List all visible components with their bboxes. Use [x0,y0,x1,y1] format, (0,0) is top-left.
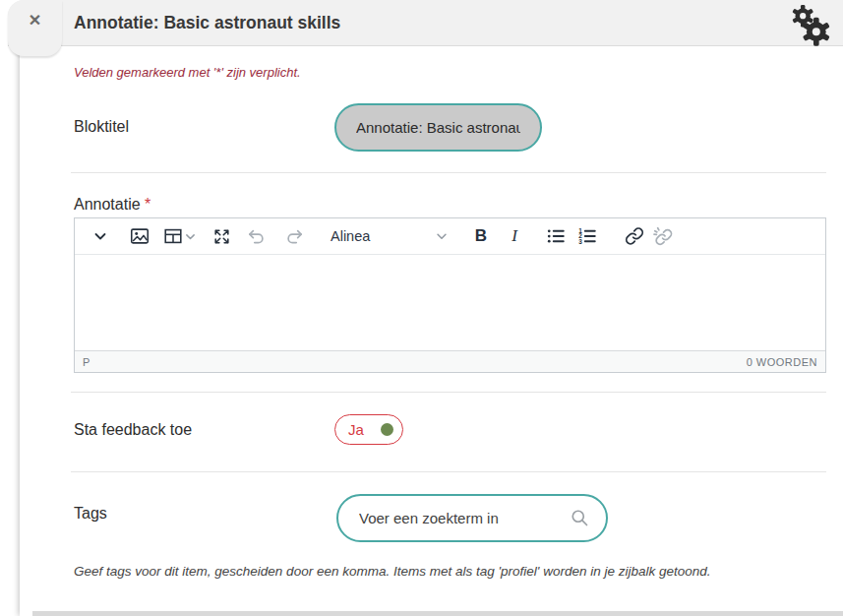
settings-button[interactable] [786,3,833,46]
divider [71,172,826,173]
bold-icon: B [475,226,487,246]
annotation-dialog: ✕ Annotatie: Basic astronaut skills [0,0,843,616]
gears-icon [786,3,833,46]
undo-button[interactable] [244,223,270,249]
link-icon [624,225,645,247]
toggle-knob [381,423,393,436]
table-icon [162,225,184,247]
italic-icon: I [512,226,517,246]
tags-label: Tags [74,505,107,523]
divider [71,471,826,472]
chevron-down-icon [92,228,108,244]
bloktitel-input[interactable] [334,103,542,152]
word-count: 0 WOORDEN [747,356,817,368]
unlink-button[interactable] [650,223,676,249]
toolbar-toggle-button[interactable] [88,223,113,249]
feedback-toggle[interactable]: Ja [334,414,403,445]
required-fields-note: Velden gemarkeerd met '*' zijn verplicht… [74,65,301,80]
tags-search-input[interactable] [359,510,570,526]
required-asterisk: * [145,196,151,213]
bullet-list-icon [545,225,567,247]
feedback-label: Sta feedback toe [74,421,192,439]
editor-statusbar: P 0 WOORDEN [75,350,825,372]
numbered-list-button[interactable]: 123 [574,223,600,249]
divider [71,392,826,393]
svg-text:3: 3 [578,238,582,245]
insert-image-button[interactable] [127,223,152,249]
bloktitel-label: Bloktitel [74,118,129,136]
close-button[interactable]: ✕ [8,0,62,56]
editor-toolbar: Alinea B I [75,218,825,255]
toggle-value-label: Ja [348,421,364,438]
undo-icon [246,225,268,247]
unlink-icon [652,225,674,247]
fullscreen-button[interactable] [209,223,234,249]
image-icon [129,225,151,247]
tags-search-field [336,494,608,542]
redo-button[interactable] [281,223,307,249]
bullet-list-button[interactable] [543,223,569,249]
element-path: P [83,356,90,368]
numbered-list-icon: 123 [576,225,598,247]
table-button[interactable] [162,225,197,247]
bold-button[interactable]: B [468,223,494,249]
rich-text-editor: Alinea B I [74,217,826,373]
editor-content-area[interactable] [75,255,825,350]
paragraph-format-dropdown[interactable]: Alinea [331,228,449,244]
annotatie-label: Annotatie * [74,196,151,214]
page-edge [32,611,843,616]
chevron-down-icon [184,230,197,243]
tags-help-text: Geef tags voor dit item, gescheiden door… [74,561,718,583]
link-button[interactable] [622,223,647,249]
fullscreen-icon [211,226,232,247]
close-icon: ✕ [29,13,41,29]
italic-button[interactable]: I [502,223,527,249]
paragraph-format-label: Alinea [331,228,370,244]
page-title: Annotatie: Basic astronaut skills [74,13,340,33]
chevron-down-icon [435,229,449,243]
search-icon [570,508,590,528]
redo-icon [283,225,305,247]
